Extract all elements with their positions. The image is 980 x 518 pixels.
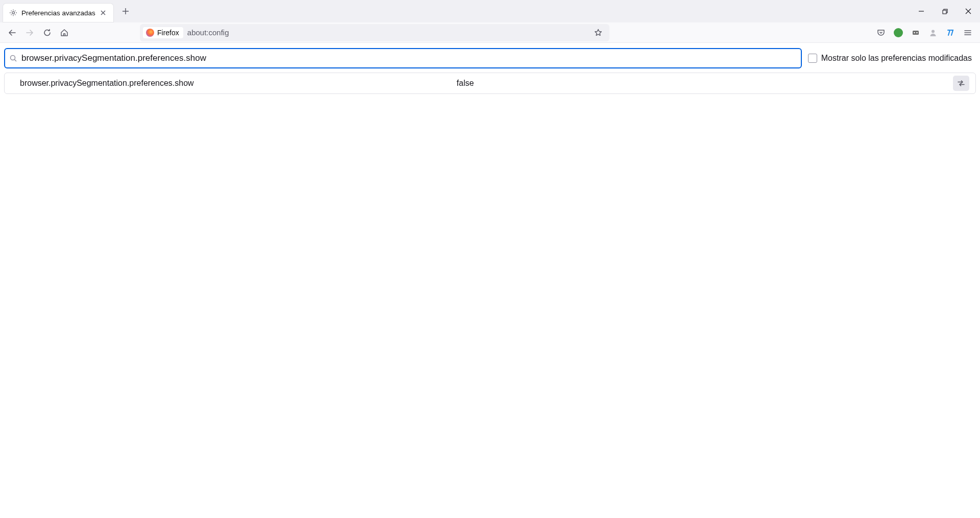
- extension-icon[interactable]: [942, 25, 959, 41]
- svg-point-4: [916, 32, 918, 33]
- pref-search-input[interactable]: [21, 53, 797, 63]
- pref-table: browser.privacySegmentation.preferences.…: [4, 73, 976, 94]
- svg-point-5: [932, 30, 935, 33]
- pref-toggle-button[interactable]: [953, 76, 969, 91]
- back-button[interactable]: [4, 25, 20, 41]
- aboutconfig-content: Mostrar solo las preferencias modificada…: [0, 43, 980, 99]
- show-modified-only-label: Mostrar solo las preferencias modificada…: [821, 54, 972, 63]
- extension-icon[interactable]: [890, 25, 906, 41]
- search-icon: [9, 54, 17, 62]
- svg-point-0: [12, 12, 15, 14]
- account-button[interactable]: [925, 25, 941, 41]
- new-tab-button[interactable]: [117, 3, 134, 19]
- tab-title: Preferencias avanzadas: [21, 9, 98, 17]
- tab-close-button[interactable]: [98, 8, 108, 18]
- pocket-button[interactable]: [873, 25, 889, 41]
- url-text: about:config: [187, 28, 229, 37]
- gear-icon: [9, 9, 17, 17]
- nav-toolbar: Firefox about:config: [0, 22, 980, 43]
- checkbox-icon[interactable]: [808, 54, 817, 63]
- forward-button[interactable]: [21, 25, 38, 41]
- firefox-icon: [146, 29, 154, 37]
- home-button[interactable]: [56, 25, 72, 41]
- tab-bar: Preferencias avanzadas: [0, 0, 980, 22]
- extension-icon[interactable]: [908, 25, 924, 41]
- window-minimize-button[interactable]: [910, 1, 933, 21]
- pref-name: browser.privacySegmentation.preferences.…: [20, 79, 457, 88]
- pref-search-box[interactable]: [4, 48, 802, 68]
- pref-value: false: [457, 79, 953, 88]
- window-controls: [910, 0, 980, 22]
- window-maximize-button[interactable]: [933, 1, 957, 21]
- reload-button[interactable]: [39, 25, 55, 41]
- identity-box[interactable]: Firefox: [143, 27, 183, 38]
- url-bar[interactable]: Firefox about:config: [140, 24, 609, 41]
- svg-point-6: [11, 56, 15, 60]
- svg-rect-2: [913, 31, 919, 35]
- show-modified-only[interactable]: Mostrar solo las preferencias modificada…: [808, 54, 976, 63]
- bookmark-star-button[interactable]: [590, 25, 606, 41]
- pref-row[interactable]: browser.privacySegmentation.preferences.…: [5, 73, 975, 93]
- app-menu-button[interactable]: [960, 25, 976, 41]
- browser-tab[interactable]: Preferencias avanzadas: [3, 4, 113, 22]
- window-close-button[interactable]: [957, 1, 980, 21]
- identity-label: Firefox: [157, 29, 179, 37]
- svg-point-3: [914, 32, 915, 33]
- svg-rect-1: [943, 10, 946, 14]
